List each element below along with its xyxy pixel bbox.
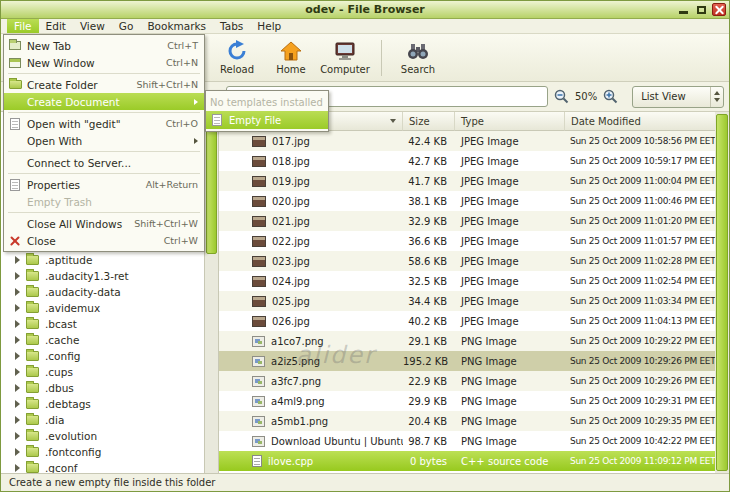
expander-icon[interactable] <box>15 336 20 344</box>
menu-tabs[interactable]: Tabs <box>213 19 250 33</box>
menu-file[interactable]: File <box>7 19 39 33</box>
maximize-button[interactable] <box>694 3 708 16</box>
sidebar-item-bcast[interactable]: .bcast <box>1 316 204 332</box>
expander-icon[interactable] <box>15 448 20 456</box>
search-button[interactable]: Search <box>392 36 444 80</box>
expander-icon[interactable] <box>15 432 20 440</box>
file-size: 58.6 KB <box>403 256 455 267</box>
list-scrollbar[interactable] <box>715 112 729 473</box>
close-button[interactable] <box>712 3 726 16</box>
file-date: Sun 25 Oct 2009 11:01:20 PM EET <box>565 216 715 226</box>
sidebar-item-audacity13[interactable]: .audacity1.3-ret <box>1 268 204 284</box>
expander-icon[interactable] <box>15 352 20 360</box>
sidebar-item-gconf[interactable]: .gconf <box>1 460 204 473</box>
expander-icon[interactable] <box>15 368 20 376</box>
zoom-out-button[interactable] <box>554 88 569 106</box>
expander-icon[interactable] <box>15 288 20 296</box>
file-size: 34.4 KB <box>403 296 455 307</box>
file-row-selected-inactive[interactable]: a2iz5.png195.2 KBPNG ImageSun 25 Oct 200… <box>219 351 715 371</box>
file-row[interactable]: a5mb1.png20.4 KBPNG ImageSun 25 Oct 2009… <box>219 411 715 431</box>
submenu-item-empty-file[interactable]: Empty File <box>206 111 328 129</box>
menu-view[interactable]: View <box>73 19 112 33</box>
file-row[interactable]: 020.jpg38.1 KBJPEG ImageSun 25 Oct 2009 … <box>219 191 715 211</box>
file-row-selected[interactable]: ilove.cpp0 bytesC++ source codeSun 25 Oc… <box>219 451 715 471</box>
menu-item-close[interactable]: CloseCtrl+W <box>4 232 204 249</box>
menu-item-shortcut: Ctrl+O <box>166 118 198 129</box>
sidebar-item-config[interactable]: .config <box>1 348 204 364</box>
home-button[interactable]: Home <box>265 36 317 80</box>
menu-item-new-window[interactable]: New WindowCtrl+N <box>4 54 204 71</box>
file-row[interactable]: 017.jpg42.4 KBJPEG ImageSun 25 Oct 2009 … <box>219 131 715 151</box>
file-row[interactable]: 026.jpg40.2 KBJPEG ImageSun 25 Oct 2009 … <box>219 311 715 331</box>
expander-icon[interactable] <box>15 320 20 328</box>
menu-edit[interactable]: Edit <box>39 19 73 33</box>
computer-button[interactable]: Computer <box>319 36 371 80</box>
file-row[interactable]: 025.jpg34.4 KBJPEG ImageSun 25 Oct 2009 … <box>219 291 715 311</box>
expander-icon[interactable] <box>15 400 20 408</box>
sidebar-item-fontconfig[interactable]: .fontconfig <box>1 444 204 460</box>
folder-icon <box>26 255 39 265</box>
file-row[interactable]: a1co7.png29.1 KBPNG ImageSun 25 Oct 2009… <box>219 331 715 351</box>
sidebar-item-audacity-data[interactable]: .audacity-data <box>1 284 204 300</box>
sidebar-scrollbar[interactable] <box>205 112 219 473</box>
sidebar-item-dbus[interactable]: .dbus <box>1 380 204 396</box>
jpeg-thumbnail-icon <box>252 156 266 167</box>
file-row[interactable]: 022.jpg36.6 KBJPEG ImageSun 25 Oct 2009 … <box>219 231 715 251</box>
column-header-size[interactable]: Size <box>403 112 455 131</box>
menu-item-connect-to-server[interactable]: Connect to Server... <box>4 154 204 171</box>
folder-name: .bcast <box>45 318 77 330</box>
sidebar-item-avidemux[interactable]: .avidemux <box>1 300 204 316</box>
file-row[interactable]: 021.jpg32.9 KBJPEG ImageSun 25 Oct 2009 … <box>219 211 715 231</box>
menu-go[interactable]: Go <box>112 19 141 33</box>
file-type: JPEG Image <box>455 316 565 327</box>
expander-icon[interactable] <box>15 384 20 392</box>
menu-item-new-tab[interactable]: New TabCtrl+T <box>4 37 204 54</box>
column-header-date[interactable]: Date Modified <box>565 112 715 131</box>
menu-item-properties[interactable]: PropertiesAlt+Return <box>4 176 204 193</box>
sidebar-item-dia[interactable]: .dia <box>1 412 204 428</box>
file-name: 017.jpg <box>272 136 310 147</box>
home-icon <box>280 40 302 62</box>
file-row[interactable]: a3fc7.png22.9 KBPNG ImageSun 25 Oct 2009… <box>219 371 715 391</box>
sidebar-scrollbar-thumb[interactable] <box>206 114 217 254</box>
expander-icon[interactable] <box>15 416 20 424</box>
view-mode-select[interactable]: List View <box>632 86 724 108</box>
file-row[interactable]: 024.jpg32.5 KBJPEG ImageSun 25 Oct 2009 … <box>219 271 715 291</box>
file-row[interactable]: 019.jpg41.7 KBJPEG ImageSun 25 Oct 2009 … <box>219 171 715 191</box>
expander-icon[interactable] <box>15 464 20 472</box>
properties-icon <box>10 179 20 191</box>
menu-item-open-with-gedit[interactable]: Open with "gedit"Ctrl+O <box>4 115 204 132</box>
file-row[interactable]: Download Ubuntu | Ubuntu_12565...98.7 KB… <box>219 431 715 451</box>
sidebar-item-evolution[interactable]: .evolution <box>1 428 204 444</box>
file-row[interactable]: 023.jpg58.6 KBJPEG ImageSun 25 Oct 2009 … <box>219 251 715 271</box>
folder-name: .avidemux <box>45 302 100 314</box>
view-mode-value: List View <box>641 91 685 102</box>
menu-item-create-document[interactable]: Create Document <box>4 93 204 110</box>
file-name: 020.jpg <box>272 196 310 207</box>
titlebar[interactable]: odev - File Browser <box>1 1 729 19</box>
sidebar-item-aptitude[interactable]: .aptitude <box>1 252 204 268</box>
menu-item-close-all-windows[interactable]: Close All WindowsShift+Ctrl+W <box>4 215 204 232</box>
jpeg-thumbnail-icon <box>252 176 266 187</box>
menu-bookmarks[interactable]: Bookmarks <box>140 19 213 33</box>
column-header-type[interactable]: Type <box>455 112 565 131</box>
menu-item-open-with[interactable]: Open With <box>4 132 204 149</box>
list-scrollbar-thumb[interactable] <box>716 114 728 471</box>
reload-button[interactable]: Reload <box>211 36 263 80</box>
expander-icon[interactable] <box>15 256 20 264</box>
sidebar-item-cups[interactable]: .cups <box>1 364 204 380</box>
file-row[interactable]: a4ml9.png29.9 KBPNG ImageSun 25 Oct 2009… <box>219 391 715 411</box>
expander-icon[interactable] <box>15 272 20 280</box>
sidebar-item-cache[interactable]: .cache <box>1 332 204 348</box>
sidebar-item-debtags[interactable]: .debtags <box>1 396 204 412</box>
zoom-in-button[interactable] <box>603 88 618 106</box>
file-row[interactable]: 018.jpg42.7 KBJPEG ImageSun 25 Oct 2009 … <box>219 151 715 171</box>
expander-icon[interactable] <box>15 304 20 312</box>
computer-icon <box>334 40 356 62</box>
menu-item-create-folder[interactable]: Create FolderShift+Ctrl+N <box>4 76 204 93</box>
folder-icon <box>26 367 39 377</box>
minimize-button[interactable] <box>676 3 690 16</box>
file-date: Sun 25 Oct 2009 11:09:12 PM EET <box>565 456 715 466</box>
menu-help[interactable]: Help <box>250 19 288 33</box>
zoom-out-icon <box>554 89 569 104</box>
